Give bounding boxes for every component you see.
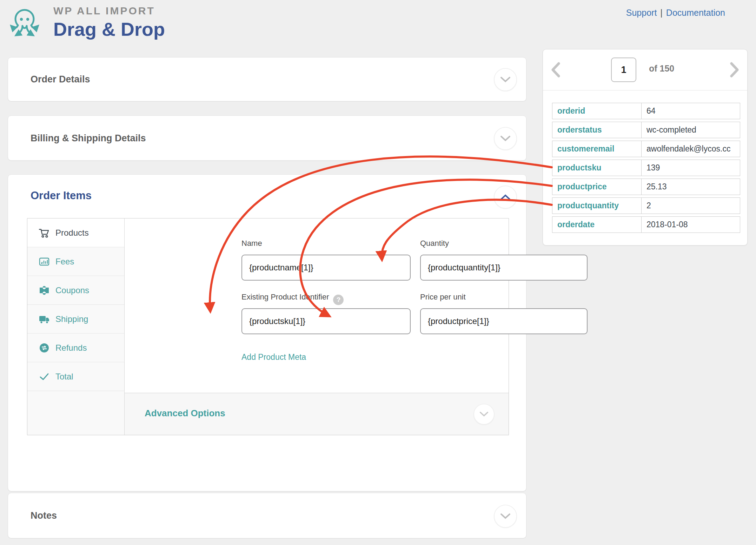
tab-products[interactable]: Products [27,218,124,247]
tab-total[interactable]: Total [27,362,124,391]
bar-chart-icon [39,256,50,267]
cart-icon [39,227,50,238]
chevron-down-icon [500,135,511,142]
table-row: productsku139 [552,160,740,176]
advanced-options-collapse-button[interactable] [473,404,495,425]
order-items-panel: Order Items Products Fees Cou [8,174,526,491]
tab-label: Refunds [55,343,87,353]
field-key[interactable]: productprice [552,179,642,195]
refund-arrows-icon [39,342,50,354]
field-key[interactable]: orderstatus [552,122,642,138]
tab-fees[interactable]: Fees [27,247,124,276]
name-field-label: Name [241,239,262,248]
top-nav: Support|Documentation [626,8,725,18]
field-key[interactable]: customeremail [552,141,642,157]
order-details-collapse-button[interactable] [494,68,517,91]
table-row: orderdate2018-01-08 [552,216,740,233]
notes-title: Notes [31,510,57,521]
field-key[interactable]: productsku [552,160,642,176]
advanced-options-section: Advanced Options [125,393,509,435]
notes-panel: Notes [8,493,526,538]
help-icon[interactable]: ? [333,295,344,305]
ticket-icon [39,285,50,296]
chevron-down-icon [479,411,489,417]
chevron-down-icon [500,513,511,519]
order-items-editor: Products Fees Coupons Shipping [27,218,509,435]
field-value: 2 [642,197,740,214]
field-key[interactable]: productquantity [552,197,642,214]
tab-shipping[interactable]: Shipping [27,305,124,334]
record-count-label: of 150 [649,63,674,74]
nav-separator: | [660,8,663,18]
record-number-input[interactable] [611,58,636,82]
field-value: 25.13 [642,179,740,195]
documentation-link[interactable]: Documentation [666,8,725,18]
table-row: productprice25.13 [552,179,740,195]
field-value: wc-completed [642,122,740,138]
tab-label: Coupons [55,285,89,295]
previous-record-button[interactable] [551,62,561,78]
billing-shipping-collapse-button[interactable] [494,127,517,150]
billing-shipping-panel: Billing & Shipping Details [8,115,526,161]
notes-collapse-button[interactable] [494,505,517,528]
tab-label: Products [55,228,89,238]
order-items-title: Order Items [31,189,92,202]
tab-refunds[interactable]: Refunds [27,334,124,362]
checkmark-icon [39,371,50,382]
identifier-field-label: Existing Product Identifier? [241,292,344,305]
advanced-options-toggle[interactable]: Advanced Options [145,408,225,419]
field-key[interactable]: orderid [552,103,642,119]
product-sku-input[interactable] [241,308,411,334]
tab-label: Shipping [55,314,88,324]
table-row: customeremailawolfendalek@lycos.cc [552,141,740,157]
products-tab-content: Name Quantity Existing Product Identifie… [125,218,509,393]
table-row: productquantity2 [552,197,740,214]
octopus-logo-icon [7,3,42,38]
product-name-input[interactable] [241,255,411,281]
order-items-tab-list: Products Fees Coupons Shipping [27,218,125,435]
field-value: 139 [642,160,740,176]
chevron-up-icon [500,194,511,200]
brand-block: WP ALL IMPORT Drag & Drop [53,5,165,40]
field-key[interactable]: orderdate [552,216,642,233]
order-details-title: Order Details [31,74,90,85]
page-title: Drag & Drop [53,18,165,40]
truck-icon [39,314,50,325]
record-preview-sidebar: of 150 orderid64 orderstatuswc-completed… [543,49,748,245]
field-value: 2018-01-08 [642,216,740,233]
product-price-input[interactable] [420,308,588,334]
field-value: 64 [642,103,740,119]
support-link[interactable]: Support [626,8,657,18]
order-details-panel: Order Details [8,57,526,101]
next-record-button[interactable] [730,62,740,78]
quantity-field-label: Quantity [420,239,449,248]
tab-coupons[interactable]: Coupons [27,276,124,305]
record-field-table: orderid64 orderstatuswc-completed custom… [552,103,740,235]
chevron-down-icon [500,76,511,83]
brand-name: WP ALL IMPORT [53,5,165,17]
billing-shipping-title: Billing & Shipping Details [31,133,146,144]
order-items-collapse-button[interactable] [494,186,517,209]
product-quantity-input[interactable] [420,255,588,281]
tab-label: Fees [55,257,74,267]
price-field-label: Price per unit [420,292,466,302]
record-pagination: of 150 [543,49,747,90]
add-product-meta-link[interactable]: Add Product Meta [241,352,306,362]
table-row: orderstatuswc-completed [552,122,740,138]
table-row: orderid64 [552,103,740,119]
tab-label: Total [55,372,73,382]
field-value: awolfendalek@lycos.cc [642,141,740,157]
